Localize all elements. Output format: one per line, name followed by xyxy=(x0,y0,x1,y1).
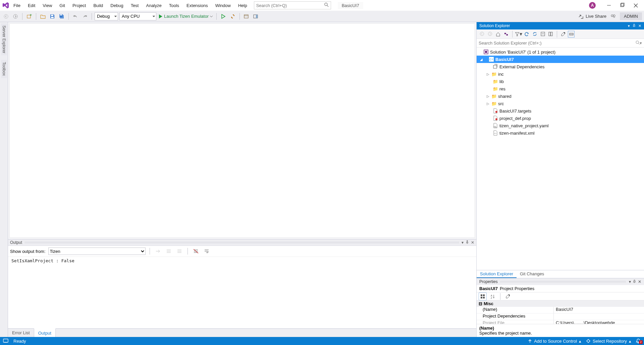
menu-file[interactable]: File xyxy=(10,2,24,9)
prop-value[interactable] xyxy=(554,314,644,320)
show-output-from-select[interactable]: Tizen xyxy=(48,248,146,255)
expander-icon[interactable]: ▷ xyxy=(486,94,490,98)
tree-prop-file[interactable]: project_def.prop xyxy=(477,115,644,122)
se-properties-icon[interactable] xyxy=(560,31,567,38)
menu-test[interactable]: Test xyxy=(127,2,142,9)
tree-manifest-file[interactable]: <> tizen-manifest.xml xyxy=(477,129,644,137)
se-collapse-icon[interactable] xyxy=(539,31,546,38)
toolbox-tab[interactable]: Toolbox xyxy=(1,60,7,78)
menu-analyze[interactable]: Analyze xyxy=(143,2,165,9)
start-no-debug-button[interactable] xyxy=(219,12,227,20)
prop-value[interactable]: C:\Users\........\Desktop\webde xyxy=(554,320,644,324)
expander-icon[interactable]: ◢ xyxy=(479,58,483,61)
output-wrap-button[interactable] xyxy=(203,247,211,255)
solution-tree[interactable]: Solution 'BasicUI7' (1 of 1 project) ◢ C… xyxy=(477,48,644,270)
se-close-icon[interactable]: ✕ xyxy=(638,24,641,28)
panel-dropdown-icon[interactable]: ▾ xyxy=(462,240,464,245)
se-search-input[interactable] xyxy=(479,41,636,46)
start-debug-button[interactable]: Launch Tizen Emulator xyxy=(158,12,214,20)
platform-select[interactable]: Any CPU xyxy=(119,12,156,20)
se-forward-icon[interactable] xyxy=(487,31,493,38)
feedback-button[interactable] xyxy=(609,12,617,20)
output-text[interactable]: SetIsXamlProject : False xyxy=(8,257,476,328)
tree-solution-node[interactable]: Solution 'BasicUI7' (1 of 1 project) xyxy=(477,48,644,56)
se-refresh-icon[interactable] xyxy=(523,31,530,38)
output-prev-button[interactable] xyxy=(165,247,173,255)
nav-back-button[interactable] xyxy=(2,12,10,20)
output-find-button[interactable] xyxy=(154,247,162,255)
se-show-all-icon[interactable] xyxy=(547,31,554,38)
se-back-icon[interactable] xyxy=(479,31,485,38)
menu-edit[interactable]: Edit xyxy=(24,2,39,9)
status-output-icon[interactable] xyxy=(3,338,9,344)
prop-value[interactable]: BasicUI7 xyxy=(554,307,644,314)
close-button[interactable] xyxy=(629,1,642,10)
save-all-button[interactable] xyxy=(58,12,66,20)
expander-icon[interactable]: ▷ xyxy=(486,72,490,76)
expander-icon[interactable]: ▷ xyxy=(486,102,490,106)
menu-git[interactable]: Git xyxy=(56,2,68,9)
tree-src[interactable]: ▷ src xyxy=(477,100,644,107)
menu-debug[interactable]: Debug xyxy=(107,2,126,9)
props-pin-icon[interactable] xyxy=(633,279,636,284)
menu-build[interactable]: Build xyxy=(90,2,106,9)
se-tab-solution-explorer[interactable]: Solution Explorer xyxy=(477,270,517,278)
save-button[interactable] xyxy=(48,12,56,20)
tree-project-node[interactable]: ◢ C+ BasicUI7 xyxy=(477,56,644,63)
minimize-button[interactable] xyxy=(602,1,615,10)
new-project-button[interactable]: ✳ xyxy=(25,12,33,20)
tree-res[interactable]: res xyxy=(477,85,644,92)
quick-launch-search[interactable] xyxy=(254,1,331,9)
props-wrench-icon[interactable] xyxy=(504,292,512,300)
se-pin-icon[interactable] xyxy=(633,24,636,28)
panel-close-icon[interactable]: ✕ xyxy=(471,240,474,245)
quick-launch-input[interactable] xyxy=(256,3,317,8)
browse-button[interactable] xyxy=(243,12,251,20)
panel-pin-icon[interactable] xyxy=(466,240,469,245)
nav-forward-button[interactable] xyxy=(11,12,19,20)
status-select-repository[interactable]: Select Repository ▴ xyxy=(586,339,631,344)
se-sync-icon[interactable] xyxy=(531,31,538,38)
menu-extensions[interactable]: Extensions xyxy=(183,2,211,9)
prop-key[interactable]: (Name) xyxy=(477,307,554,314)
se-filter-icon[interactable]: ▾ xyxy=(515,31,522,38)
tree-inc[interactable]: ▷ inc xyxy=(477,70,644,78)
props-dropdown-icon[interactable]: ▾ xyxy=(629,279,631,284)
status-add-source-control[interactable]: Add to Source Control ▴ xyxy=(528,339,581,344)
menu-help[interactable]: Help xyxy=(235,2,251,9)
se-preview-icon[interactable] xyxy=(568,31,575,38)
menu-project[interactable]: Project xyxy=(69,2,89,9)
maximize-button[interactable] xyxy=(616,1,629,10)
prop-key[interactable]: Project Dependencies xyxy=(477,314,554,320)
tree-yaml-file[interactable]: YML tizen_native_project.yaml xyxy=(477,122,644,129)
tree-lib[interactable]: lib xyxy=(477,78,644,85)
redo-button[interactable] xyxy=(81,12,89,20)
menu-view[interactable]: View xyxy=(39,2,55,9)
output-next-button[interactable] xyxy=(175,247,183,255)
tree-shared[interactable]: ▷ shared xyxy=(477,92,644,100)
tree-targets-file[interactable]: BasicUI7.targets xyxy=(477,107,644,115)
server-explorer-tab[interactable]: Server Explorer xyxy=(1,23,7,55)
se-dropdown-icon[interactable]: ▾ xyxy=(628,24,630,28)
tab-error-list[interactable]: Error List xyxy=(8,329,34,337)
se-home-icon[interactable] xyxy=(495,31,501,38)
hot-reload-button[interactable] xyxy=(229,12,237,20)
tree-ext-deps[interactable]: External Dependencies xyxy=(477,63,644,70)
prop-key[interactable]: Project File xyxy=(477,320,554,324)
live-share-button[interactable]: Live Share xyxy=(578,14,606,19)
config-select[interactable]: Debug xyxy=(95,12,118,20)
output-clear-button[interactable] xyxy=(192,247,200,255)
collapse-icon[interactable]: ⊟ xyxy=(479,301,482,306)
undo-button[interactable] xyxy=(71,12,79,20)
se-switch-views-icon[interactable] xyxy=(503,31,509,38)
props-alpha-button[interactable]: AZ xyxy=(489,292,497,300)
user-avatar[interactable]: A xyxy=(589,2,596,9)
properties-grid[interactable]: ⊟Misc (Name)BasicUI7 Project Dependencie… xyxy=(477,300,644,324)
menu-tools[interactable]: Tools xyxy=(166,2,182,9)
menu-window[interactable]: Window xyxy=(212,2,234,9)
tab-output[interactable]: Output xyxy=(34,328,56,337)
se-tab-git-changes[interactable]: Git Changes xyxy=(517,270,547,278)
open-file-button[interactable] xyxy=(39,12,47,20)
status-notifications[interactable]: 2 xyxy=(636,339,641,343)
dock-button[interactable] xyxy=(252,12,260,20)
